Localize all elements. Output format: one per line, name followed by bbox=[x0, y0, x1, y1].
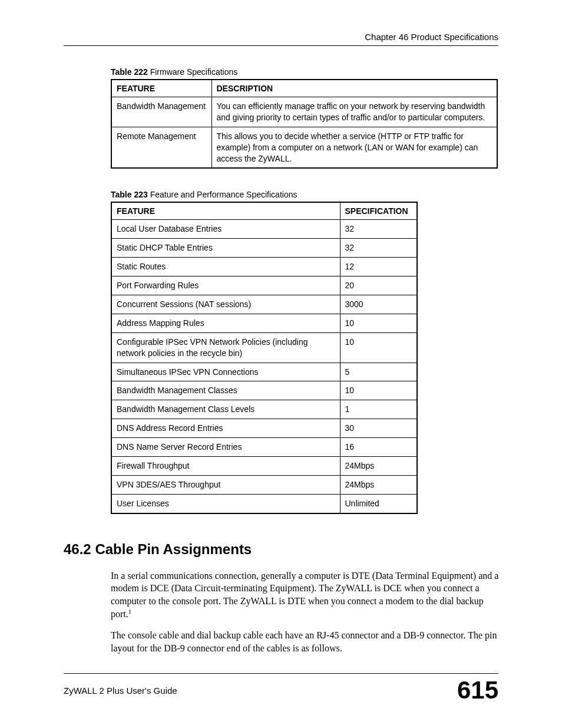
table-row: Address Mapping Rules10 bbox=[111, 314, 417, 332]
cell-spec: 5 bbox=[340, 363, 417, 381]
footnote-ref: 1 bbox=[128, 608, 132, 615]
page-footer: ZyWALL 2 Plus User's Guide 615 bbox=[64, 673, 498, 704]
table-223-caption: Table 223 Feature and Performance Specif… bbox=[111, 190, 498, 199]
th-feature: FEATURE bbox=[111, 80, 211, 97]
cell-spec: 3000 bbox=[340, 295, 417, 314]
table-row: Simultaneous IPSec VPN Connections5 bbox=[111, 363, 417, 381]
cell-feature: Bandwidth Management Classes bbox=[111, 381, 340, 400]
cell-feature: Configurable IPSec VPN Network Policies … bbox=[111, 332, 340, 363]
table-row: Local User Database Entries32 bbox=[111, 220, 417, 239]
cell-spec: 10 bbox=[340, 332, 417, 363]
cell-feature: Bandwidth Management Class Levels bbox=[111, 400, 340, 419]
table-row: FEATURE DESCRIPTION bbox=[111, 80, 497, 97]
cell-feature: Address Mapping Rules bbox=[111, 314, 340, 332]
table-222-caption: Table 222 Firmware Specifications bbox=[111, 67, 498, 77]
cell-spec: 30 bbox=[340, 419, 417, 438]
cell-spec: 24Mbps bbox=[340, 475, 417, 494]
th-feature: FEATURE bbox=[111, 202, 340, 220]
cell-feature: User Licenses bbox=[111, 494, 340, 513]
table-222: FEATURE DESCRIPTION Bandwidth Management… bbox=[111, 79, 498, 169]
table-row: Static DHCP Table Entries32 bbox=[111, 239, 417, 258]
cell-spec: 12 bbox=[340, 258, 417, 276]
page-header: Chapter 46 Product Specifications bbox=[64, 32, 498, 46]
cell-feature: Static DHCP Table Entries bbox=[111, 239, 340, 258]
chapter-title: Chapter 46 Product Specifications bbox=[365, 32, 498, 42]
table-row: Concurrent Sessions (NAT sessions)3000 bbox=[111, 295, 417, 314]
cell-spec: 24Mbps bbox=[340, 457, 417, 476]
table-222-title: Firmware Specifications bbox=[148, 67, 238, 77]
para1-text: In a serial communications connection, g… bbox=[111, 571, 498, 620]
table-223: FEATURE SPECIFICATION Local User Databas… bbox=[111, 202, 418, 513]
table-223-number: Table 223 bbox=[111, 190, 148, 199]
table-row: Bandwidth Management You can efficiently… bbox=[111, 97, 497, 127]
cell-feature: Firewall Throughput bbox=[111, 457, 340, 476]
cell-spec: 10 bbox=[340, 381, 417, 400]
cell-spec: Unlimited bbox=[340, 494, 417, 513]
section-paragraph-2: The console cable and dial backup cable … bbox=[111, 629, 500, 654]
table-row: Bandwidth Management Classes10 bbox=[111, 381, 417, 400]
cell-spec: 1 bbox=[340, 400, 417, 419]
th-spec: SPECIFICATION bbox=[340, 202, 417, 220]
table-row: Remote Management This allows you to dec… bbox=[111, 127, 497, 168]
cell-feature: Simultaneous IPSec VPN Connections bbox=[111, 363, 340, 381]
cell-feature: Bandwidth Management bbox=[111, 97, 211, 127]
cell-feature: Local User Database Entries bbox=[111, 220, 340, 239]
table-row: Configurable IPSec VPN Network Policies … bbox=[111, 332, 417, 363]
cell-feature: DNS Address Record Entries bbox=[111, 419, 340, 438]
cell-feature: Concurrent Sessions (NAT sessions) bbox=[111, 295, 340, 314]
cell-spec: 10 bbox=[340, 314, 417, 332]
cell-spec: 16 bbox=[340, 438, 417, 457]
cell-feature: DNS Name Server Record Entries bbox=[111, 438, 340, 457]
cell-description: This allows you to decide whether a serv… bbox=[211, 127, 497, 168]
cell-feature: VPN 3DES/AES Throughput bbox=[111, 475, 340, 494]
cell-feature: Static Routes bbox=[111, 258, 340, 276]
table-222-number: Table 222 bbox=[111, 67, 148, 77]
th-description: DESCRIPTION bbox=[211, 80, 497, 97]
table-row: VPN 3DES/AES Throughput24Mbps bbox=[111, 475, 417, 494]
cell-description: You can efficiently manage traffic on yo… bbox=[211, 97, 497, 127]
table-row: Firewall Throughput24Mbps bbox=[111, 457, 417, 476]
table-row: Static Routes12 bbox=[111, 258, 417, 276]
table-row: Bandwidth Management Class Levels1 bbox=[111, 400, 417, 419]
table-row: DNS Address Record Entries30 bbox=[111, 419, 417, 438]
table-row: DNS Name Server Record Entries16 bbox=[111, 438, 417, 457]
cell-feature: Remote Management bbox=[111, 127, 211, 168]
cell-spec: 20 bbox=[340, 276, 417, 295]
table-row: User LicensesUnlimited bbox=[111, 494, 417, 513]
cell-feature: Port Forwarding Rules bbox=[111, 276, 340, 295]
table-row: Port Forwarding Rules20 bbox=[111, 276, 417, 295]
table-row: FEATURE SPECIFICATION bbox=[111, 202, 417, 220]
section-paragraph-1: In a serial communications connection, g… bbox=[111, 569, 500, 621]
table-223-title: Feature and Performance Specifications bbox=[148, 190, 297, 199]
cell-spec: 32 bbox=[340, 220, 417, 239]
footer-page-number: 615 bbox=[457, 676, 498, 704]
cell-spec: 32 bbox=[340, 239, 417, 258]
section-heading: 46.2 Cable Pin Assignments bbox=[64, 541, 498, 558]
footer-guide-title: ZyWALL 2 Plus User's Guide bbox=[64, 686, 177, 696]
